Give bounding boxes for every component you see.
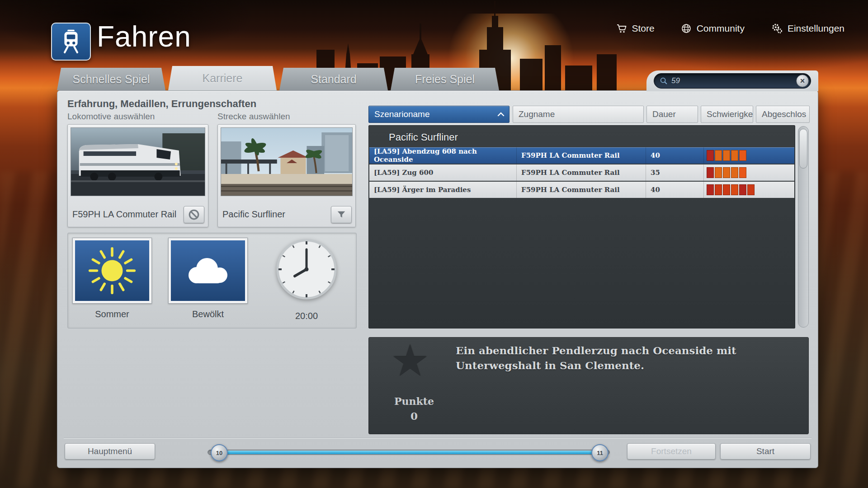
prohibition-icon — [188, 209, 200, 221]
search-icon — [660, 77, 668, 85]
column-label: Abgeschlos — [762, 109, 806, 119]
time-label: 20:00 — [275, 311, 338, 321]
tab-label: Karriere — [203, 72, 243, 84]
weather-tile[interactable] — [168, 238, 248, 304]
tab-standard[interactable]: Standard — [279, 68, 388, 90]
chevron-up-icon — [497, 112, 505, 117]
start-button[interactable]: Start — [720, 443, 811, 460]
season-label: Sommer — [72, 309, 152, 319]
weather-label: Bewölkt — [168, 309, 248, 319]
experience-heading: Erfahrung, Medaillen, Errungenschaften — [67, 98, 256, 110]
column-header-abgeschlossen[interactable]: Abgeschlos — [756, 106, 810, 123]
main-panel: Erfahrung, Medaillen, Errungenschaften L… — [57, 90, 818, 468]
search-bar: × — [646, 70, 818, 91]
search-input[interactable] — [668, 76, 796, 85]
slider-fill — [218, 450, 598, 454]
main-menu-button[interactable]: Hauptmenü — [65, 443, 155, 460]
route-image — [221, 128, 352, 196]
scenario-train: F59PH LA Commuter Rail — [517, 147, 646, 164]
scenario-group-header: Pacific Surfliner — [369, 126, 795, 147]
column-header-szenarioname[interactable]: Szenarioname — [368, 106, 509, 123]
scenario-detail-panel: ★ Punkte 0 Ein abendlicher Pendlerzug na… — [368, 337, 809, 434]
tab-karriere[interactable]: Karriere — [168, 66, 277, 90]
time-clock[interactable] — [275, 238, 338, 301]
table-scrollbar[interactable] — [798, 126, 809, 328]
route-card: Pacific Surfliner — [217, 124, 356, 227]
store-label: Store — [632, 23, 655, 34]
slider-knob-left[interactable]: 10 — [211, 444, 228, 461]
clear-loco-button[interactable] — [184, 206, 204, 223]
points-label: Punkte — [378, 395, 450, 407]
slider-knob-right[interactable]: 11 — [591, 444, 609, 461]
scenario-row[interactable]: [LA59] Zug 600 F59PH LA Commuter Rail 35 — [369, 164, 794, 181]
cart-icon — [616, 23, 627, 34]
column-label: Zugname — [519, 109, 555, 119]
scenario-name: [LA59] Zug 600 — [369, 164, 517, 181]
gears-icon — [771, 23, 783, 34]
scenario-name: [LA59] Abendzug 608 nach Oceanside — [369, 147, 517, 164]
loco-card: F59PH LA Commuter Rail — [67, 124, 208, 227]
scrollbar-thumb[interactable] — [799, 129, 807, 169]
loco-image — [71, 128, 205, 196]
settings-label: Einstellungen — [788, 23, 844, 34]
scenario-train: F59PH LA Commuter Rail — [517, 164, 646, 181]
tab-label: Standard — [311, 73, 356, 85]
difficulty-bar — [704, 167, 756, 178]
scenario-duration: 40 — [646, 147, 704, 164]
scenario-row[interactable]: [LA59] Ärger im Paradies F59PH LA Commut… — [369, 182, 794, 198]
footer-divider — [64, 438, 811, 438]
app-logo — [51, 23, 91, 61]
score-star-icon: ★ — [391, 336, 429, 386]
column-label: Szenarioname — [374, 109, 430, 119]
column-header-dauer[interactable]: Dauer — [646, 106, 698, 123]
conditions-panel: Sommer Bewölkt — [67, 233, 357, 328]
mode-tabs: Schnelles Spiel Karriere Standard Freies… — [57, 68, 499, 90]
tab-freies-spiel[interactable]: Freies Spiel — [391, 68, 499, 90]
tab-label: Freies Spiel — [415, 73, 475, 85]
season-tile[interactable] — [72, 238, 152, 304]
column-label: Dauer — [652, 109, 676, 119]
column-label: Schwierigke — [707, 109, 753, 119]
globe-icon — [681, 23, 692, 34]
train-icon — [60, 29, 82, 54]
settings-button[interactable]: Einstellungen — [771, 23, 844, 34]
scenario-train: F59PH LA Commuter Rail — [517, 182, 646, 198]
difficulty-bar — [704, 184, 756, 195]
scenario-table: Pacific Surfliner [LA59] Abendzug 608 na… — [368, 125, 795, 328]
store-button[interactable]: Store — [616, 23, 655, 34]
sun-icon — [87, 245, 137, 296]
scenario-duration: 40 — [646, 182, 704, 198]
resume-button[interactable]: Fortsetzen — [627, 443, 716, 460]
loco-select-label: Lokomotive auswählen — [67, 112, 155, 122]
tab-schnelles-spiel[interactable]: Schnelles Spiel — [57, 68, 165, 90]
top-menu: Store Community Einstellungen — [616, 23, 845, 34]
column-header-schwierigkeit[interactable]: Schwierigke — [701, 106, 753, 123]
community-label: Community — [697, 23, 745, 34]
column-header-zugname[interactable]: Zugname — [513, 106, 644, 123]
points-value: 0 — [378, 410, 450, 422]
page-title: Fahren — [97, 20, 191, 53]
scenario-name: [LA59] Ärger im Paradies — [369, 182, 517, 198]
route-name: Pacific Surfliner — [222, 209, 285, 220]
scenario-row[interactable]: [LA59] Abendzug 608 nach Oceanside F59PH… — [369, 147, 794, 164]
scenario-description: Ein abendlicher Pendlerzug nach Oceansid… — [456, 343, 795, 373]
clear-search-button[interactable]: × — [796, 75, 809, 87]
loco-thumbnail[interactable] — [71, 127, 205, 196]
loco-name: F59PH LA Commuter Rail — [72, 209, 176, 220]
cloud-icon — [181, 253, 235, 289]
era-slider[interactable]: 10 11 — [208, 450, 610, 455]
route-thumbnail[interactable] — [221, 127, 353, 196]
route-filter-button[interactable] — [331, 206, 352, 223]
tab-label: Schnelles Spiel — [73, 73, 150, 85]
route-select-label: Strecke auswählen — [217, 112, 290, 122]
clock-icon — [275, 238, 338, 301]
filter-icon — [336, 210, 346, 220]
scenario-duration: 35 — [646, 164, 704, 181]
difficulty-bar — [704, 150, 756, 161]
community-button[interactable]: Community — [681, 23, 745, 34]
